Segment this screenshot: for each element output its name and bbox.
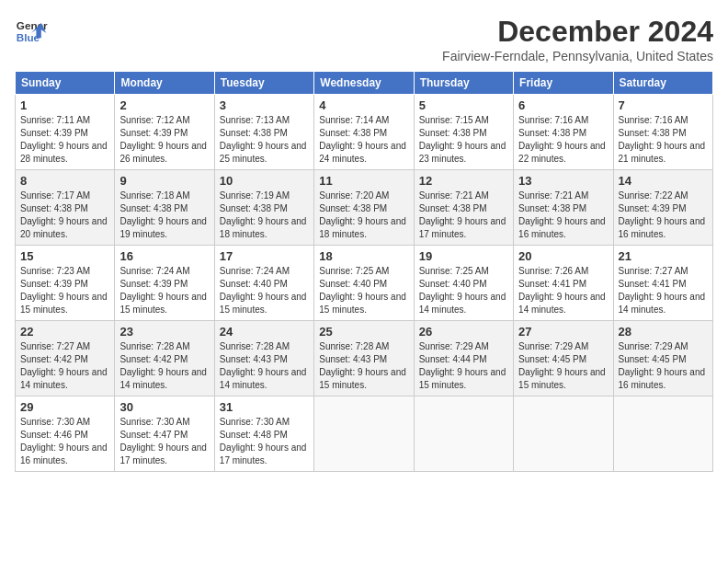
- calendar-cell: 19Sunrise: 7:25 AMSunset: 4:40 PMDayligh…: [414, 246, 513, 321]
- day-info: Sunrise: 7:29 AMSunset: 4:45 PMDaylight:…: [518, 340, 608, 392]
- month-title: December 2024: [442, 15, 713, 49]
- day-number: 17: [220, 249, 309, 263]
- calendar-cell: 6Sunrise: 7:16 AMSunset: 4:38 PMDaylight…: [514, 95, 613, 170]
- day-number: 22: [20, 325, 109, 339]
- calendar-table: SundayMondayTuesdayWednesdayThursdayFrid…: [15, 71, 713, 472]
- day-number: 8: [20, 174, 109, 188]
- day-of-week-header: Wednesday: [314, 72, 414, 95]
- day-number: 10: [220, 174, 309, 188]
- day-number: 31: [220, 400, 309, 414]
- calendar-cell: [613, 396, 712, 472]
- day-of-week-header: Friday: [514, 72, 613, 95]
- day-number: 23: [119, 325, 209, 339]
- day-number: 9: [119, 174, 209, 188]
- day-number: 4: [319, 98, 408, 112]
- day-info: Sunrise: 7:27 AMSunset: 4:41 PMDaylight:…: [619, 265, 708, 316]
- calendar-cell: 17Sunrise: 7:24 AMSunset: 4:40 PMDayligh…: [214, 246, 313, 321]
- day-info: Sunrise: 7:30 AMSunset: 4:48 PMDaylight:…: [220, 416, 309, 467]
- day-info: Sunrise: 7:30 AMSunset: 4:46 PMDaylight:…: [20, 416, 109, 467]
- day-number: 7: [619, 98, 708, 112]
- calendar-week-row: 29Sunrise: 7:30 AMSunset: 4:46 PMDayligh…: [16, 396, 713, 472]
- calendar-cell: 24Sunrise: 7:28 AMSunset: 4:43 PMDayligh…: [214, 321, 313, 396]
- calendar-cell: 25Sunrise: 7:28 AMSunset: 4:43 PMDayligh…: [314, 321, 414, 396]
- calendar-cell: 5Sunrise: 7:15 AMSunset: 4:38 PMDaylight…: [414, 95, 513, 170]
- calendar-cell: 2Sunrise: 7:12 AMSunset: 4:39 PMDaylight…: [115, 95, 214, 170]
- day-number: 26: [419, 325, 508, 339]
- day-number: 25: [319, 325, 408, 339]
- location: Fairview-Ferndale, Pennsylvania, United …: [442, 49, 713, 63]
- day-info: Sunrise: 7:28 AMSunset: 4:43 PMDaylight:…: [319, 340, 408, 392]
- calendar-week-row: 1Sunrise: 7:11 AMSunset: 4:39 PMDaylight…: [16, 95, 713, 170]
- day-info: Sunrise: 7:21 AMSunset: 4:38 PMDaylight:…: [518, 190, 608, 241]
- calendar-week-row: 15Sunrise: 7:23 AMSunset: 4:39 PMDayligh…: [16, 246, 713, 321]
- calendar-cell: 20Sunrise: 7:26 AMSunset: 4:41 PMDayligh…: [514, 246, 613, 321]
- calendar-cell: 13Sunrise: 7:21 AMSunset: 4:38 PMDayligh…: [514, 170, 613, 246]
- day-info: Sunrise: 7:14 AMSunset: 4:38 PMDaylight:…: [319, 114, 408, 166]
- calendar-cell: 18Sunrise: 7:25 AMSunset: 4:40 PMDayligh…: [314, 246, 414, 321]
- calendar-cell: 9Sunrise: 7:18 AMSunset: 4:38 PMDaylight…: [115, 170, 214, 246]
- day-number: 14: [619, 174, 708, 188]
- day-info: Sunrise: 7:23 AMSunset: 4:39 PMDaylight:…: [20, 265, 109, 316]
- day-info: Sunrise: 7:11 AMSunset: 4:39 PMDaylight:…: [20, 114, 109, 166]
- day-number: 3: [220, 98, 309, 112]
- calendar-cell: 27Sunrise: 7:29 AMSunset: 4:45 PMDayligh…: [514, 321, 613, 396]
- day-info: Sunrise: 7:27 AMSunset: 4:42 PMDaylight:…: [20, 340, 109, 392]
- calendar-cell: 3Sunrise: 7:13 AMSunset: 4:38 PMDaylight…: [214, 95, 313, 170]
- day-info: Sunrise: 7:17 AMSunset: 4:38 PMDaylight:…: [20, 190, 109, 241]
- day-number: 24: [220, 325, 309, 339]
- day-info: Sunrise: 7:26 AMSunset: 4:41 PMDaylight:…: [518, 265, 608, 316]
- day-number: 2: [119, 98, 209, 112]
- day-info: Sunrise: 7:15 AMSunset: 4:38 PMDaylight:…: [419, 114, 508, 166]
- day-number: 16: [119, 249, 209, 263]
- title-section: December 2024 Fairview-Ferndale, Pennsyl…: [442, 15, 713, 63]
- calendar-cell: 26Sunrise: 7:29 AMSunset: 4:44 PMDayligh…: [414, 321, 513, 396]
- calendar-cell: 14Sunrise: 7:22 AMSunset: 4:39 PMDayligh…: [613, 170, 712, 246]
- day-number: 11: [319, 174, 408, 188]
- day-number: 29: [20, 400, 109, 414]
- calendar-cell: 11Sunrise: 7:20 AMSunset: 4:38 PMDayligh…: [314, 170, 414, 246]
- day-number: 5: [419, 98, 508, 112]
- day-number: 6: [518, 98, 608, 112]
- day-info: Sunrise: 7:24 AMSunset: 4:40 PMDaylight:…: [220, 265, 309, 316]
- calendar-cell: [414, 396, 513, 472]
- logo-icon: General Blue: [15, 15, 48, 48]
- day-info: Sunrise: 7:19 AMSunset: 4:38 PMDaylight:…: [220, 190, 309, 241]
- day-number: 30: [119, 400, 209, 414]
- day-number: 18: [319, 249, 408, 263]
- day-number: 15: [20, 249, 109, 263]
- calendar-cell: 30Sunrise: 7:30 AMSunset: 4:47 PMDayligh…: [115, 396, 214, 472]
- calendar-cell: 10Sunrise: 7:19 AMSunset: 4:38 PMDayligh…: [214, 170, 313, 246]
- page-header: General Blue December 2024 Fairview-Fern…: [15, 15, 713, 63]
- day-number: 28: [619, 325, 708, 339]
- calendar-cell: 22Sunrise: 7:27 AMSunset: 4:42 PMDayligh…: [16, 321, 115, 396]
- day-info: Sunrise: 7:16 AMSunset: 4:38 PMDaylight:…: [619, 114, 708, 166]
- calendar-cell: [514, 396, 613, 472]
- day-info: Sunrise: 7:20 AMSunset: 4:38 PMDaylight:…: [319, 190, 408, 241]
- calendar-cell: 7Sunrise: 7:16 AMSunset: 4:38 PMDaylight…: [613, 95, 712, 170]
- calendar-cell: 29Sunrise: 7:30 AMSunset: 4:46 PMDayligh…: [16, 396, 115, 472]
- day-number: 27: [518, 325, 608, 339]
- day-info: Sunrise: 7:30 AMSunset: 4:47 PMDaylight:…: [119, 416, 209, 467]
- day-info: Sunrise: 7:28 AMSunset: 4:43 PMDaylight:…: [220, 340, 309, 392]
- day-number: 1: [20, 98, 109, 112]
- calendar-cell: 28Sunrise: 7:29 AMSunset: 4:45 PMDayligh…: [613, 321, 712, 396]
- day-info: Sunrise: 7:24 AMSunset: 4:39 PMDaylight:…: [119, 265, 209, 316]
- calendar-week-row: 8Sunrise: 7:17 AMSunset: 4:38 PMDaylight…: [16, 170, 713, 246]
- calendar-cell: 12Sunrise: 7:21 AMSunset: 4:38 PMDayligh…: [414, 170, 513, 246]
- day-number: 12: [419, 174, 508, 188]
- calendar-header: SundayMondayTuesdayWednesdayThursdayFrid…: [16, 72, 713, 95]
- day-info: Sunrise: 7:29 AMSunset: 4:45 PMDaylight:…: [619, 340, 708, 392]
- day-of-week-header: Saturday: [613, 72, 712, 95]
- calendar-cell: 4Sunrise: 7:14 AMSunset: 4:38 PMDaylight…: [314, 95, 414, 170]
- day-info: Sunrise: 7:29 AMSunset: 4:44 PMDaylight:…: [419, 340, 508, 392]
- logo: General Blue: [15, 15, 48, 48]
- calendar-cell: 31Sunrise: 7:30 AMSunset: 4:48 PMDayligh…: [214, 396, 313, 472]
- calendar-cell: 8Sunrise: 7:17 AMSunset: 4:38 PMDaylight…: [16, 170, 115, 246]
- day-info: Sunrise: 7:28 AMSunset: 4:42 PMDaylight:…: [119, 340, 209, 392]
- day-of-week-header: Sunday: [16, 72, 115, 95]
- day-number: 20: [518, 249, 608, 263]
- calendar-cell: 21Sunrise: 7:27 AMSunset: 4:41 PMDayligh…: [613, 246, 712, 321]
- day-info: Sunrise: 7:13 AMSunset: 4:38 PMDaylight:…: [220, 114, 309, 166]
- day-info: Sunrise: 7:12 AMSunset: 4:39 PMDaylight:…: [119, 114, 209, 166]
- calendar-cell: 15Sunrise: 7:23 AMSunset: 4:39 PMDayligh…: [16, 246, 115, 321]
